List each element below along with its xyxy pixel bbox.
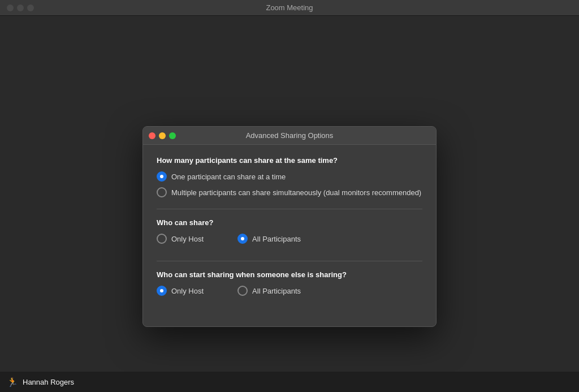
section3-question: Who can start sharing when someone else … [157, 270, 422, 279]
who-start-sharing-section: Who can start sharing when someone else … [157, 270, 422, 301]
window-title: Zoom Meeting [266, 3, 313, 12]
one-participant-radio[interactable] [157, 171, 167, 182]
start-only-host-label: Only Host [171, 287, 204, 295]
section1-question: How many participants can share at the s… [157, 156, 422, 165]
one-participant-option[interactable]: One participant can share at a time [157, 171, 422, 182]
close-button[interactable] [7, 5, 14, 11]
title-bar: Zoom Meeting [0, 0, 579, 16]
bottom-bar: 🏃 Hannah Rogers [0, 372, 579, 392]
section2-question: Who can share? [157, 218, 422, 227]
modal-traffic-lights [149, 132, 176, 139]
who-only-host-label: Only Host [171, 235, 204, 243]
divider2 [157, 261, 422, 261]
advanced-sharing-modal: Advanced Sharing Options How many partic… [142, 126, 437, 327]
maximize-button[interactable] [27, 5, 34, 11]
start-only-host-option[interactable]: Only Host [157, 286, 204, 296]
multiple-participants-option[interactable]: Multiple participants can share simultan… [157, 187, 422, 197]
who-only-host-option[interactable]: Only Host [157, 234, 204, 244]
modal-title: Advanced Sharing Options [246, 131, 334, 140]
user-status-icon: 🏃 [7, 376, 18, 387]
who-all-participants-option[interactable]: All Participants [237, 234, 301, 244]
minimize-button[interactable] [17, 5, 24, 11]
divider1 [157, 209, 422, 209]
modal-close-button[interactable] [149, 132, 155, 139]
who-all-participants-label: All Participants [252, 235, 301, 243]
start-only-host-radio[interactable] [157, 286, 167, 296]
main-area: Advanced Sharing Options How many partic… [0, 16, 579, 392]
modal-maximize-button[interactable] [169, 132, 176, 139]
modal-title-bar: Advanced Sharing Options [143, 127, 436, 145]
start-all-participants-label: All Participants [252, 287, 301, 295]
one-participant-label: One participant can share at a time [171, 173, 286, 181]
start-all-participants-option[interactable]: All Participants [237, 286, 301, 296]
participants-share-section: How many participants can share at the s… [157, 156, 422, 197]
multiple-participants-label: Multiple participants can share simultan… [171, 188, 421, 197]
multiple-participants-radio[interactable] [157, 187, 167, 197]
modal-content: How many participants can share at the s… [143, 145, 436, 326]
modal-minimize-button[interactable] [159, 132, 166, 139]
who-can-share-row: Only Host All Participants [157, 234, 422, 249]
who-start-sharing-row: Only Host All Participants [157, 286, 422, 301]
who-all-participants-radio[interactable] [237, 234, 248, 244]
who-can-share-section: Who can share? Only Host All Participant… [157, 218, 422, 249]
start-all-participants-radio[interactable] [237, 286, 248, 296]
traffic-lights [7, 5, 34, 11]
who-only-host-radio[interactable] [157, 234, 167, 244]
user-name: Hannah Rogers [23, 378, 74, 386]
